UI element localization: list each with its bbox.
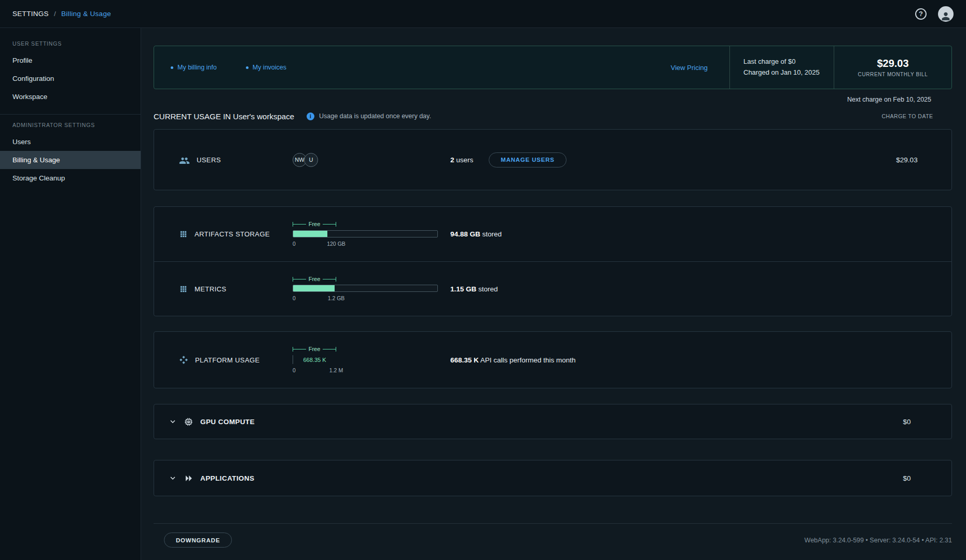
platform-usage-row: PLATFORM USAGE Free 668.35 K 0 1.2 M 668… bbox=[154, 332, 951, 388]
users-label: USERS bbox=[197, 156, 221, 164]
sidebar-section-divider: ADMINISTRATOR SETTINGS Users Billing & U… bbox=[0, 114, 141, 187]
usage-header: CURRENT USAGE IN User's workspace i Usag… bbox=[154, 110, 952, 122]
my-invoices-link[interactable]: My invoices bbox=[246, 64, 286, 71]
avatar[interactable]: U bbox=[304, 153, 318, 167]
platform-value-cell: 668.35 K API calls performed this month bbox=[450, 356, 865, 364]
sidebar-item-storage-cleanup[interactable]: Storage Cleanup bbox=[0, 169, 141, 187]
last-charge-date: Charged on Jan 10, 2025 bbox=[743, 67, 820, 78]
user-avatar-icon[interactable] bbox=[938, 6, 954, 22]
users-avatars-cell: NW U bbox=[293, 153, 450, 167]
sidebar-item-profile[interactable]: Profile bbox=[0, 51, 141, 69]
applications-charge: $0 bbox=[865, 474, 948, 482]
metrics-value-cell: 1.15 GB stored bbox=[450, 285, 865, 293]
metrics-scale: 0 1.2 GB bbox=[293, 295, 438, 302]
downgrade-button[interactable]: DOWNGRADE bbox=[164, 533, 232, 548]
artifacts-label: ARTIFACTS STORAGE bbox=[195, 230, 270, 238]
bullet-icon bbox=[246, 66, 249, 69]
users-card: USERS NW U 2 users MANAGE USERS $29.03 bbox=[154, 129, 952, 190]
sidebar-section-user-settings: USER SETTINGS bbox=[0, 33, 141, 51]
sidebar-section-administrator-settings: ADMINISTRATOR SETTINGS bbox=[0, 115, 141, 133]
chevron-down-icon[interactable] bbox=[168, 417, 177, 426]
usage-info-note: Usage data is updated once every day. bbox=[319, 113, 431, 120]
artifacts-value-cell: 94.88 GB stored bbox=[450, 230, 865, 238]
artifacts-stored: 94.88 GB stored bbox=[450, 230, 502, 238]
topbar-actions: ? bbox=[915, 6, 954, 22]
users-count: 2 users bbox=[450, 156, 473, 164]
gpu-compute-card[interactable]: GPU COMPUTE $0 bbox=[154, 404, 952, 439]
last-charge-amount: Last charge of $0 bbox=[743, 57, 820, 67]
users-icon bbox=[179, 156, 190, 164]
manage-users-button[interactable]: MANAGE USERS bbox=[489, 152, 567, 167]
breadcrumb: SETTINGS / Billing & Usage bbox=[12, 10, 111, 18]
sidebar-item-workspace[interactable]: Workspace bbox=[0, 88, 141, 106]
bill-amount: $29.03 bbox=[834, 58, 951, 69]
next-charge-note: Next charge on Feb 10, 2025 bbox=[154, 96, 952, 104]
sidebar-item-configuration[interactable]: Configuration bbox=[0, 69, 141, 88]
platform-used-value: 668.35 K bbox=[293, 355, 336, 364]
users-value-cell: 2 users MANAGE USERS bbox=[450, 152, 865, 167]
artifacts-progress-fill bbox=[293, 231, 327, 237]
artifacts-label-cell: ARTIFACTS STORAGE bbox=[179, 230, 293, 239]
version-info: WebApp: 3.24.0-599 • Server: 3.24.0-54 •… bbox=[805, 537, 952, 544]
users-charge: $29.03 bbox=[865, 156, 948, 164]
chevron-down-icon[interactable] bbox=[168, 473, 177, 483]
free-tier-bracket: Free bbox=[293, 346, 336, 353]
info-icon: i bbox=[307, 113, 314, 120]
metrics-progress-fill bbox=[293, 285, 335, 291]
artifacts-scale: 0 120 GB bbox=[293, 241, 438, 247]
help-icon[interactable]: ? bbox=[915, 8, 927, 20]
metrics-label-cell: METRICS bbox=[179, 285, 293, 293]
platform-scale: 0 1.2 M bbox=[293, 367, 438, 374]
applications-card[interactable]: APPLICATIONS $0 bbox=[154, 460, 952, 496]
platform-usage-card: PLATFORM USAGE Free 668.35 K 0 1.2 M 668… bbox=[154, 331, 952, 388]
last-charge-info: Last charge of $0 Charged on Jan 10, 202… bbox=[730, 57, 834, 78]
grid-icon bbox=[179, 285, 188, 293]
avatar-group: NW U bbox=[293, 153, 450, 167]
gpu-compute-label: GPU COMPUTE bbox=[200, 418, 255, 426]
bill-caption: CURRENT MONTHLY BILL bbox=[834, 72, 951, 77]
charge-to-date-header: CHARGE TO DATE bbox=[866, 113, 949, 119]
metrics-stored: 1.15 GB stored bbox=[450, 285, 498, 293]
free-tier-bracket: Free bbox=[293, 276, 336, 282]
settings-sidebar: USER SETTINGS Profile Configuration Work… bbox=[0, 28, 141, 560]
free-tier-bracket: Free bbox=[293, 221, 336, 228]
platform-label: PLATFORM USAGE bbox=[195, 356, 260, 364]
artifacts-storage-row: ARTIFACTS STORAGE Free 0 120 GB 94.88 G bbox=[154, 207, 951, 261]
metrics-bar-cell: Free 0 1.2 GB bbox=[293, 276, 450, 302]
grid-icon bbox=[179, 230, 188, 239]
sidebar-item-users[interactable]: Users bbox=[0, 133, 141, 151]
topbar: SETTINGS / Billing & Usage ? bbox=[0, 0, 966, 28]
my-billing-info-link[interactable]: My billing info bbox=[171, 64, 217, 71]
view-pricing-link[interactable]: View Pricing bbox=[671, 64, 729, 72]
metrics-label: METRICS bbox=[195, 285, 226, 293]
platform-label-cell: PLATFORM USAGE bbox=[179, 355, 293, 365]
usage-title: CURRENT USAGE IN User's workspace bbox=[154, 112, 294, 121]
chip-icon bbox=[184, 417, 194, 427]
billing-usage-page: My billing info My invoices View Pricing… bbox=[141, 28, 966, 560]
artifacts-progress-bar bbox=[293, 230, 438, 237]
bullet-icon bbox=[171, 66, 173, 69]
breadcrumb-settings[interactable]: SETTINGS bbox=[12, 10, 49, 18]
metrics-row: METRICS Free 0 1.2 GB 1.15 GB stored bbox=[154, 261, 951, 316]
applications-label: APPLICATIONS bbox=[200, 474, 254, 482]
gpu-charge: $0 bbox=[865, 418, 948, 426]
breadcrumb-separator: / bbox=[54, 10, 56, 18]
platform-api-calls: 668.35 K API calls performed this month bbox=[450, 356, 576, 364]
double-arrow-icon bbox=[184, 473, 194, 483]
sidebar-item-billing-usage[interactable]: Billing & Usage bbox=[0, 151, 141, 169]
page-footer: DOWNGRADE WebApp: 3.24.0-599 • Server: 3… bbox=[154, 524, 952, 548]
artifacts-bar-cell: Free 0 120 GB bbox=[293, 221, 450, 247]
metrics-progress-bar bbox=[293, 285, 438, 292]
current-monthly-bill: $29.03 CURRENT MONTHLY BILL bbox=[834, 58, 951, 77]
diamond-cluster-icon bbox=[179, 355, 188, 365]
breadcrumb-current-page: Billing & Usage bbox=[61, 10, 111, 18]
users-label-cell: USERS bbox=[179, 156, 293, 164]
users-row: USERS NW U 2 users MANAGE USERS $29.03 bbox=[154, 130, 951, 190]
platform-bar-cell: Free 668.35 K 0 1.2 M bbox=[293, 346, 450, 374]
storage-card: ARTIFACTS STORAGE Free 0 120 GB 94.88 G bbox=[154, 206, 952, 316]
billing-summary-card: My billing info My invoices View Pricing… bbox=[154, 46, 952, 89]
